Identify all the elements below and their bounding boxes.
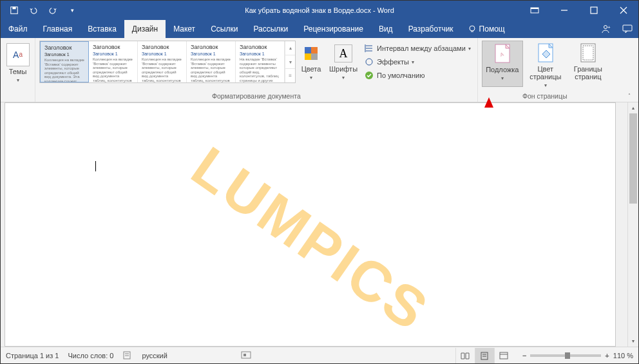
style-item-4[interactable]: ЗаголовокЗаголовок 1Коллекция на вкладке… [187, 41, 236, 82]
page-indicator[interactable]: Страница 1 из 1 [6, 352, 59, 359]
vertical-scrollbar[interactable]: ▴ ▾ [627, 102, 638, 347]
text-cursor [95, 161, 96, 171]
svg-point-10 [604, 26, 607, 29]
paragraph-spacing-button[interactable]: Интервал между абзацами▾ [361, 42, 473, 55]
qat-customize-button[interactable]: ▾ [64, 1, 81, 19]
scroll-thumb[interactable] [629, 113, 637, 204]
svg-rect-12 [623, 25, 632, 31]
zoom-out-button[interactable]: − [522, 352, 526, 359]
fonts-label: Шрифты [329, 65, 358, 73]
svg-rect-13 [305, 47, 311, 53]
maximize-button[interactable] [579, 1, 609, 20]
page-borders-button[interactable]: Границы страниц [568, 41, 608, 87]
effects-label: Эффекты [377, 58, 409, 66]
style-gallery[interactable]: ЗаголовокЗаголовок 1Коллекция на вкладке… [39, 41, 296, 83]
close-icon [620, 6, 627, 14]
ribbon: Aa Темы ▾ ЗаголовокЗаголовок 1Коллекция … [1, 38, 638, 102]
page-borders-icon [578, 43, 598, 64]
gallery-down[interactable]: ▾ [285, 55, 295, 69]
macro-indicator[interactable] [241, 350, 251, 361]
scroll-up-button[interactable]: ▴ [628, 102, 638, 113]
style-item-2[interactable]: ЗаголовокЗаголовок 1Коллекция на вкладке… [89, 41, 138, 82]
page-background-group: A Подложка▾ Цвет страницы▾ Границы стран… [478, 38, 612, 102]
proofing-icon [122, 350, 133, 360]
fonts-button[interactable]: A Шрифты▾ [327, 41, 360, 87]
svg-rect-14 [311, 47, 318, 53]
tab-view[interactable]: Вид [371, 20, 401, 38]
set-default-button[interactable]: По умолчанию [361, 69, 473, 82]
zoom-handle[interactable] [565, 352, 570, 359]
web-layout-button[interactable] [494, 348, 513, 363]
tab-review[interactable]: Рецензирование [296, 20, 371, 38]
svg-rect-15 [305, 53, 311, 60]
account-button[interactable] [616, 20, 638, 38]
page-color-button[interactable]: Цвет страницы▾ [524, 41, 567, 87]
svg-point-8 [470, 26, 475, 31]
tab-file[interactable]: Файл [1, 20, 35, 38]
page-color-label: Цвет страницы [524, 65, 567, 81]
collapse-ribbon-button[interactable]: ˄ [624, 90, 634, 101]
svg-rect-5 [591, 7, 597, 14]
gallery-up[interactable]: ▴ [285, 41, 295, 55]
tab-insert[interactable]: Вставка [80, 20, 124, 38]
undo-button[interactable] [25, 1, 42, 19]
themes-icon: Aa [6, 43, 30, 66]
scroll-down-button[interactable]: ▾ [628, 336, 638, 347]
close-button[interactable] [609, 1, 638, 20]
document-page[interactable]: LUMPICS [5, 102, 616, 347]
proofing-button[interactable] [122, 350, 133, 361]
zoom-control: − + 110 % [522, 352, 633, 359]
redo-icon [48, 6, 57, 15]
save-button[interactable] [6, 1, 23, 19]
word-count[interactable]: Число слов: 0 [68, 352, 113, 359]
document-area: LUMPICS ▴ ▾ [1, 102, 638, 347]
print-layout-icon [479, 351, 490, 360]
redo-button[interactable] [44, 1, 61, 19]
svg-text:+: + [607, 24, 611, 30]
maximize-icon [590, 6, 598, 14]
svg-rect-1 [12, 7, 15, 10]
tab-developer[interactable]: Разработчик [401, 20, 461, 38]
minimize-button[interactable] [549, 1, 579, 20]
ribbon-options-icon [530, 6, 539, 15]
minimize-icon [560, 6, 568, 14]
scroll-track[interactable] [628, 113, 638, 336]
zoom-in-button[interactable]: + [605, 352, 609, 359]
tab-home[interactable]: Главная [35, 20, 81, 38]
tab-layout[interactable]: Макет [166, 20, 203, 38]
read-icon [460, 351, 470, 360]
effects-button[interactable]: Эффекты▾ [361, 55, 473, 68]
colors-icon [301, 43, 321, 64]
read-mode-button[interactable] [455, 348, 475, 363]
zoom-slider[interactable] [530, 354, 601, 357]
page-borders-label: Границы страниц [568, 65, 608, 81]
style-item-1[interactable]: ЗаголовокЗаголовок 1Коллекция на вкладке… [40, 41, 89, 82]
tab-design[interactable]: Дизайн [124, 20, 166, 38]
language-indicator[interactable]: русский [142, 352, 167, 359]
quick-access-toolbar: ▾ [1, 1, 81, 19]
watermark-button[interactable]: A Подложка▾ [482, 41, 523, 87]
ribbon-display-button[interactable] [520, 1, 549, 20]
ribbon-tabs: Файл Главная Вставка Дизайн Макет Ссылки… [1, 20, 638, 38]
themes-button[interactable]: Aa Темы ▾ [5, 41, 31, 87]
colors-button[interactable]: Цвета▾ [297, 41, 325, 87]
print-layout-button[interactable] [475, 348, 494, 363]
gallery-more[interactable]: ≡ [285, 68, 295, 82]
themes-label: Темы [9, 68, 27, 75]
svg-rect-16 [311, 53, 318, 60]
tab-references[interactable]: Ссылки [203, 20, 245, 38]
effects-icon [364, 57, 374, 67]
style-item-3[interactable]: ЗаголовокЗаголовок 1Коллекция на вкладке… [138, 41, 187, 82]
tell-me[interactable]: Помощ [461, 20, 511, 38]
style-item-5[interactable]: ЗаголовокЗаголовок 1На вкладке 'Вставка'… [236, 41, 285, 82]
tell-me-label: Помощ [479, 24, 505, 34]
share-icon: + [600, 24, 611, 34]
tab-mailings[interactable]: Рассылки [245, 20, 296, 38]
formatting-group-label: Форматирование документа [39, 91, 473, 102]
view-buttons [455, 348, 513, 363]
title-bar: ▾ Как убрать водяной знак в Ворде.docx -… [1, 1, 638, 20]
share-button[interactable]: + [595, 20, 616, 38]
zoom-level[interactable]: 110 % [613, 352, 633, 359]
window-title: Как убрать водяной знак в Ворде.docx - W… [245, 6, 394, 14]
check-icon [364, 70, 374, 81]
